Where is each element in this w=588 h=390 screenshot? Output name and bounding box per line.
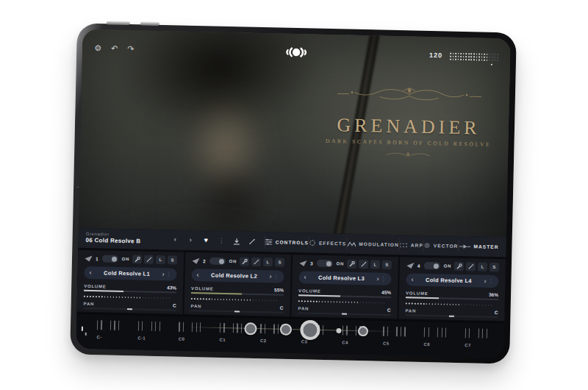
volume-down-button[interactable] bbox=[140, 21, 159, 26]
pan-slider[interactable] bbox=[84, 307, 176, 311]
edit-wrench-button[interactable] bbox=[132, 255, 142, 263]
kebab-menu-icon[interactable]: ⋮ bbox=[214, 238, 229, 244]
lock-button[interactable]: L bbox=[370, 260, 380, 269]
layer-dart-icon bbox=[192, 258, 200, 264]
layer-dart-icon bbox=[85, 255, 93, 261]
solo-button[interactable]: S bbox=[168, 255, 177, 264]
meter-sub-dot bbox=[490, 64, 492, 65]
next-layer-preset-button[interactable]: › bbox=[484, 278, 486, 285]
save-download-icon[interactable] bbox=[229, 237, 245, 245]
solo-button[interactable]: S bbox=[382, 260, 392, 269]
pan-label: PAN bbox=[406, 308, 417, 313]
next-layer-preset-button[interactable]: › bbox=[269, 273, 271, 280]
pan-slider[interactable] bbox=[405, 314, 498, 318]
brand-logo-icon bbox=[283, 46, 309, 59]
crossfade-button[interactable] bbox=[466, 262, 476, 271]
fine-tick-slider[interactable] bbox=[406, 302, 498, 305]
layer-column-1: 1ONLS‹Cold Resolve L1›⋮VOLUME43%PANC bbox=[76, 250, 184, 314]
volume-slider[interactable] bbox=[191, 292, 284, 296]
volume-slider[interactable] bbox=[298, 294, 391, 298]
pan-label: PAN bbox=[191, 304, 202, 308]
fine-tick-slider[interactable] bbox=[298, 300, 391, 303]
layer-preset-selector[interactable]: ‹Cold Resolve L1›⋮ bbox=[84, 266, 176, 281]
pan-value: C bbox=[387, 307, 391, 312]
range-handle[interactable] bbox=[280, 323, 292, 335]
redo-icon[interactable]: ↷ bbox=[127, 45, 134, 53]
preset-info[interactable]: Grenadier 06 Cold Resolve B bbox=[85, 232, 167, 245]
lock-button[interactable]: L bbox=[478, 262, 487, 271]
gear-icon[interactable]: ⚙ bbox=[94, 44, 101, 52]
octave-C0: C0 bbox=[179, 322, 204, 341]
layer-dart-icon bbox=[406, 262, 415, 269]
edit-wrench-button[interactable] bbox=[347, 260, 356, 269]
octave-label: C1 bbox=[219, 337, 245, 342]
layer-on-toggle[interactable] bbox=[423, 262, 440, 269]
layer-on-label: ON bbox=[229, 259, 237, 263]
range-handle[interactable] bbox=[244, 322, 257, 335]
lock-button[interactable]: L bbox=[156, 255, 165, 264]
pan-label: PAN bbox=[298, 306, 309, 311]
octave-label: C5 bbox=[383, 341, 409, 346]
fx-burst-icon bbox=[309, 239, 316, 246]
layer-kebab-icon[interactable]: ⋮ bbox=[487, 278, 493, 285]
next-layer-preset-button[interactable]: › bbox=[376, 276, 379, 283]
crossfade-button[interactable] bbox=[144, 255, 154, 264]
pan-label: PAN bbox=[84, 301, 95, 305]
tab-controls[interactable]: CONTROLS bbox=[265, 236, 309, 249]
crossfade-button[interactable] bbox=[251, 258, 261, 266]
plugin-window: ⚙ ↶ ↷ 120 bbox=[76, 29, 510, 358]
layer-column-4: 4ONLS‹Cold Resolve L4›⋮VOLUME36%PANC bbox=[398, 257, 506, 321]
volume-slider[interactable] bbox=[406, 297, 498, 300]
lock-button[interactable]: L bbox=[263, 258, 273, 266]
page: { "topbar": { "bpm": "120", "icons": { "… bbox=[0, 0, 588, 390]
octave-label: C-1 bbox=[137, 336, 163, 341]
volume-slider[interactable] bbox=[84, 290, 176, 294]
dot-grid-icon bbox=[400, 242, 408, 248]
tab-arp[interactable]: ARP bbox=[399, 239, 423, 252]
level-meter bbox=[450, 51, 498, 62]
layer-preset-selector[interactable]: ‹Cold Resolve L2›⋮ bbox=[191, 269, 284, 283]
bpm-value[interactable]: 120 bbox=[429, 52, 442, 59]
solo-button[interactable]: S bbox=[490, 263, 499, 272]
tab-modulation[interactable]: MODULATION bbox=[346, 238, 399, 251]
octave-label: C- bbox=[97, 335, 123, 340]
tab-effects[interactable]: EFFECTS bbox=[309, 237, 347, 249]
volume-up-button[interactable] bbox=[107, 21, 130, 25]
waveform-icon bbox=[347, 241, 356, 247]
layer-number: 2 bbox=[203, 258, 206, 263]
fine-tick-slider[interactable] bbox=[191, 298, 284, 301]
preset-name: 06 Cold Resolve B bbox=[85, 237, 167, 246]
undo-icon[interactable]: ↶ bbox=[111, 44, 118, 52]
fader-arrow-icon bbox=[459, 243, 470, 249]
octave-label: C7 bbox=[465, 343, 490, 348]
range-handle[interactable] bbox=[337, 327, 342, 333]
tab-master[interactable]: MASTER bbox=[458, 240, 498, 252]
expand-icon[interactable] bbox=[245, 238, 260, 245]
volume-value: 45% bbox=[381, 290, 391, 295]
layer-kebab-icon[interactable]: ⋮ bbox=[380, 276, 386, 283]
pan-slider[interactable] bbox=[298, 312, 390, 316]
next-layer-preset-button[interactable]: › bbox=[162, 271, 164, 277]
octave-label: C6 bbox=[424, 342, 450, 347]
tab-label: MODULATION bbox=[359, 241, 399, 247]
layer-preset-selector[interactable]: ‹Cold Resolve L4›⋮ bbox=[406, 273, 498, 288]
pan-slider[interactable] bbox=[190, 310, 283, 313]
layer-on-toggle[interactable] bbox=[102, 255, 118, 262]
layer-on-toggle[interactable] bbox=[209, 258, 225, 265]
prev-preset-button[interactable]: ‹ bbox=[168, 236, 183, 244]
next-preset-button[interactable]: › bbox=[183, 236, 198, 244]
layer-kebab-icon[interactable]: ⋮ bbox=[273, 273, 279, 280]
crossfade-button[interactable] bbox=[359, 260, 368, 269]
edit-wrench-button[interactable] bbox=[454, 262, 464, 271]
volume-value: 55% bbox=[274, 287, 284, 292]
layer-on-toggle[interactable] bbox=[316, 260, 332, 267]
octave-C1: C1 bbox=[219, 322, 245, 342]
favorite-icon[interactable]: ♥ bbox=[198, 237, 214, 244]
layer-kebab-icon[interactable]: ⋮ bbox=[165, 271, 171, 277]
fine-tick-slider[interactable] bbox=[84, 296, 176, 299]
tab-vector[interactable]: VECTOR bbox=[423, 239, 459, 252]
layer-preset-selector[interactable]: ‹Cold Resolve L3›⋮ bbox=[298, 271, 391, 286]
solo-button[interactable]: S bbox=[275, 258, 284, 266]
edit-wrench-button[interactable] bbox=[240, 257, 249, 266]
keyboard-edge-marker bbox=[82, 326, 83, 330]
